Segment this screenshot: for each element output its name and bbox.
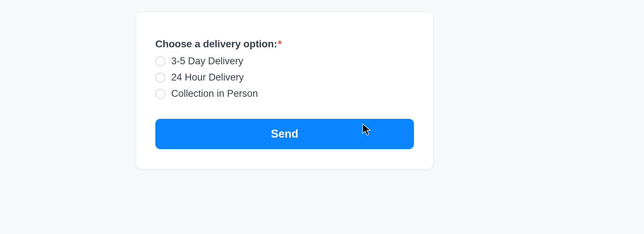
radio-option-collection[interactable]: Collection in Person (155, 88, 414, 99)
radio-option-24-hour[interactable]: 24 Hour Delivery (155, 72, 414, 83)
form-label-text: Choose a delivery option: (155, 38, 277, 49)
radio-option-label: 3-5 Day Delivery (171, 56, 243, 67)
radio-option-label: 24 Hour Delivery (171, 72, 244, 83)
radio-icon (155, 73, 165, 83)
form-label: Choose a delivery option:* (155, 38, 414, 50)
radio-icon (155, 89, 165, 99)
required-indicator: * (278, 38, 282, 49)
radio-option-label: Collection in Person (171, 88, 258, 99)
radio-icon (155, 56, 165, 66)
delivery-form-card: Choose a delivery option:* 3-5 Day Deliv… (137, 12, 433, 169)
radio-option-3-5-day[interactable]: 3-5 Day Delivery (155, 56, 414, 67)
send-button[interactable]: Send (155, 119, 414, 149)
radio-group: 3-5 Day Delivery 24 Hour Delivery Collec… (155, 56, 414, 99)
